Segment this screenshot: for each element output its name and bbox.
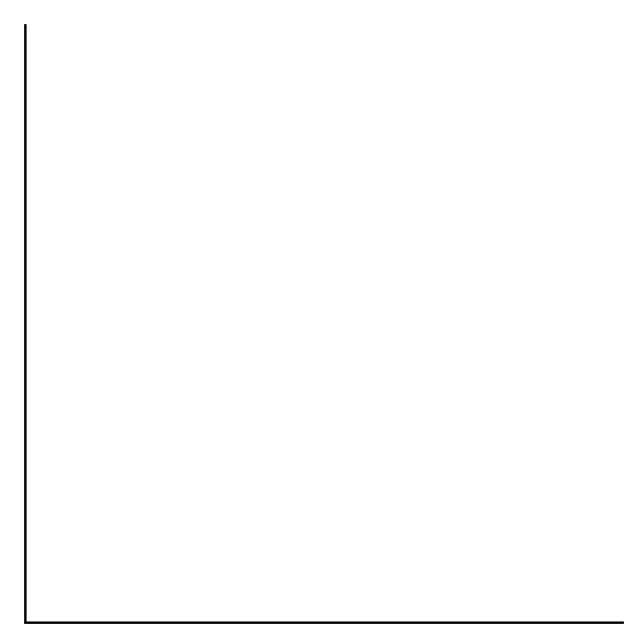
svg-rect-0 (27, 24, 624, 621)
background-gradient (27, 24, 624, 621)
plot-area (24, 24, 624, 624)
chart-container (0, 0, 644, 644)
